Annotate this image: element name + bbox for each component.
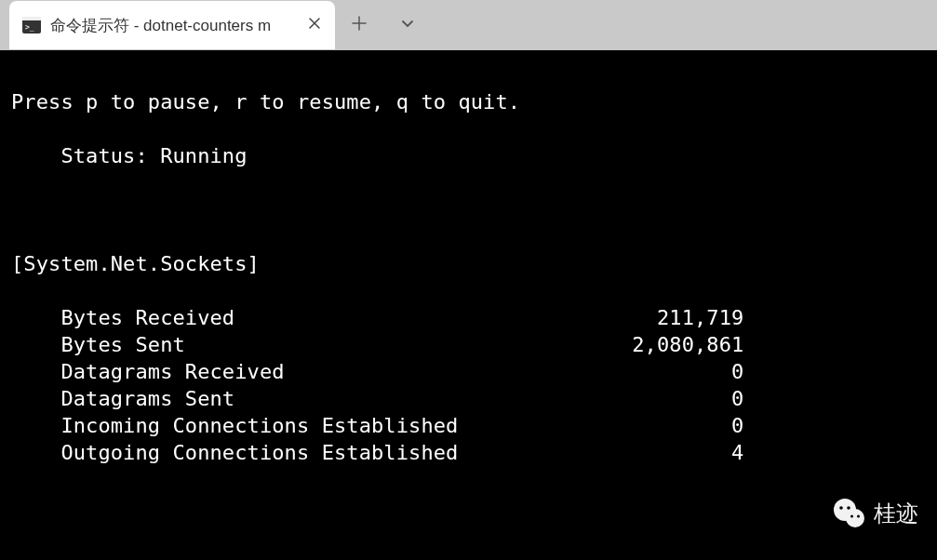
terminal-tab[interactable]: >_ 命令提示符 - dotnet-counters m — [9, 1, 335, 49]
counter-row: Incoming Connections Established 0 — [11, 412, 926, 439]
svg-rect-1 — [22, 17, 41, 20]
blank-line — [11, 196, 926, 223]
counter-row: Outgoing Connections Established 4 — [11, 439, 926, 466]
tab-title: 命令提示符 - dotnet-counters m — [50, 15, 294, 36]
close-icon — [308, 17, 321, 33]
counter-row: Datagrams Received 0 — [11, 358, 926, 385]
svg-point-7 — [850, 515, 853, 518]
new-tab-button[interactable] — [335, 1, 383, 49]
plus-icon — [352, 16, 367, 34]
counter-row: Bytes Received 211,719 — [11, 304, 926, 331]
watermark-text: 桂迹 — [874, 499, 918, 528]
watermark: 桂迹 — [833, 497, 918, 530]
chevron-down-icon — [400, 16, 415, 34]
terminal-output[interactable]: Press p to pause, r to resume, q to quit… — [0, 50, 937, 560]
cmd-icon: >_ — [22, 16, 41, 34]
svg-point-5 — [839, 506, 843, 510]
hint-line: Press p to pause, r to resume, q to quit… — [11, 88, 926, 115]
svg-point-8 — [857, 515, 860, 518]
tab-dropdown-button[interactable] — [383, 1, 432, 49]
svg-text:>_: >_ — [25, 23, 34, 32]
wechat-icon — [833, 497, 866, 530]
counter-row: Datagrams Sent 0 — [11, 385, 926, 412]
group-header: [System.Net.Sockets] — [11, 250, 926, 277]
tab-close-button[interactable] — [303, 14, 326, 36]
svg-point-4 — [846, 509, 864, 527]
window-titlebar: >_ 命令提示符 - dotnet-counters m — [0, 0, 937, 50]
status-line: Status: Running — [11, 142, 926, 169]
svg-point-6 — [847, 506, 850, 510]
counter-row: Bytes Sent 2,080,861 — [11, 331, 926, 358]
